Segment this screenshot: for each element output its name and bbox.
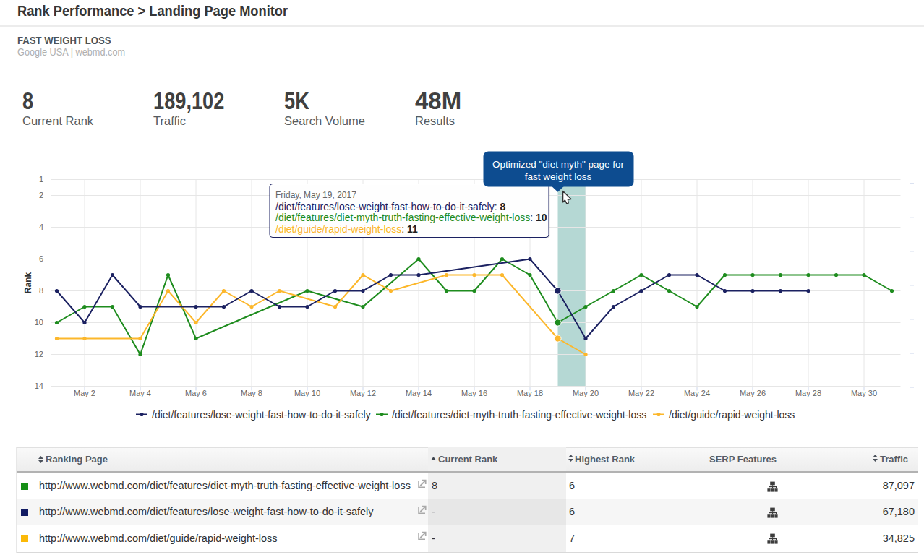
svg-text:1: 1 [39, 175, 43, 184]
svg-text:May 2: May 2 [74, 389, 95, 397]
svg-text:/diet/features/lose-weight-fas: /diet/features/lose-weight-fast-how-to-d… [275, 201, 505, 212]
svg-text:/diet/features/diet-myth-truth: /diet/features/diet-myth-truth-fasting-e… [392, 409, 646, 421]
svg-text:Rank: Rank [23, 272, 33, 294]
svg-text:May 18: May 18 [517, 389, 543, 397]
svg-text:May 28: May 28 [795, 389, 821, 397]
svg-text:May 26: May 26 [740, 389, 766, 397]
svg-text:/diet/features/lose-weight-fas: /diet/features/lose-weight-fast-how-to-d… [152, 409, 371, 421]
svg-text:/diet/guide/rapid-weight-loss:: /diet/guide/rapid-weight-loss: 11 [275, 223, 418, 235]
svg-text:May 12: May 12 [350, 389, 376, 397]
svg-text:May 8: May 8 [241, 389, 262, 397]
svg-text:/diet/features/diet-myth-truth: /diet/features/diet-myth-truth-fasting-e… [275, 212, 547, 223]
svg-text:May 4: May 4 [129, 389, 151, 397]
svg-text:4: 4 [39, 223, 43, 231]
svg-text:May 16: May 16 [461, 389, 487, 397]
svg-text:May 14: May 14 [406, 389, 432, 397]
svg-text:May 24: May 24 [684, 389, 710, 397]
svg-text:/diet/guide/rapid-weight-loss: /diet/guide/rapid-weight-loss [669, 409, 795, 421]
svg-text:2: 2 [39, 191, 43, 199]
svg-text:May 20: May 20 [573, 389, 599, 397]
svg-text:May 6: May 6 [185, 389, 207, 397]
svg-text:8: 8 [39, 286, 43, 295]
svg-text:6: 6 [39, 254, 43, 263]
svg-text:May 30: May 30 [851, 389, 877, 397]
svg-text:14: 14 [35, 382, 43, 390]
svg-text:12: 12 [35, 350, 43, 358]
svg-text:May 22: May 22 [628, 389, 654, 397]
svg-text:May 10: May 10 [294, 389, 320, 397]
svg-text:10: 10 [35, 318, 43, 327]
svg-text:fast weight loss: fast weight loss [525, 171, 592, 182]
svg-text:Optimized "diet myth" page for: Optimized "diet myth" page for [492, 159, 625, 170]
svg-text:Friday, May 19, 2017: Friday, May 19, 2017 [275, 190, 356, 200]
